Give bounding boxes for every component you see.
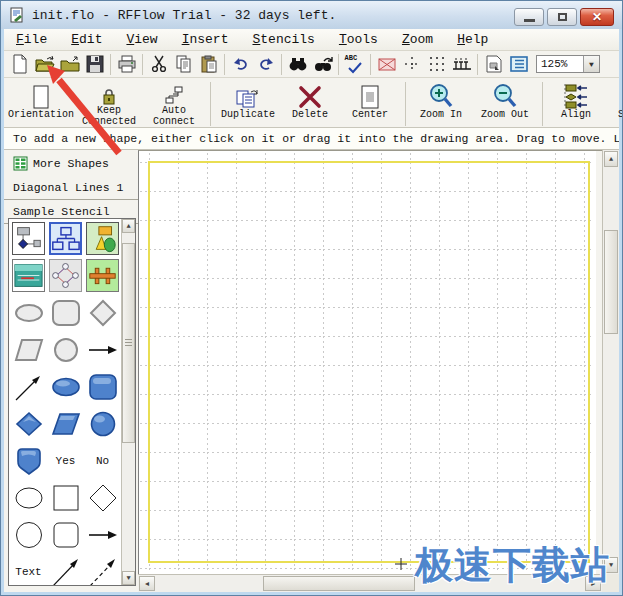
open-button[interactable] — [32, 53, 57, 76]
palette-shape-circle-outline[interactable] — [10, 516, 47, 553]
palette-shape-ellipse-gray[interactable] — [10, 294, 47, 331]
stencil-header-diagonal-lines[interactable]: Diagonal Lines 1 — [4, 177, 138, 198]
palette-shape-roundsquare-outline[interactable] — [47, 516, 84, 553]
align-icon — [563, 83, 589, 109]
palette-scrollbar[interactable]: ▲ ▼ — [121, 219, 135, 585]
maximize-button[interactable] — [547, 8, 577, 26]
palette-shape-roundrect-blue[interactable] — [84, 368, 121, 405]
print-button[interactable] — [114, 53, 139, 76]
menu-file[interactable]: File — [4, 30, 59, 49]
undo-button[interactable] — [228, 53, 253, 76]
redo-button[interactable] — [253, 53, 278, 76]
title-bar[interactable]: init.flo - RFFlow Trial - 32 days left. … — [1, 1, 622, 29]
zoom-out-icon — [492, 83, 518, 109]
scroll-left-icon[interactable]: ◄ — [139, 576, 155, 591]
keep-connected-button[interactable]: Keep Connected — [76, 81, 142, 127]
auto-connect-button[interactable]: Auto Connect — [142, 81, 206, 127]
center-button[interactable]: Center — [339, 81, 401, 127]
snap-grid-button[interactable] — [399, 53, 424, 76]
duplicate-button[interactable]: Duplicate — [215, 81, 281, 127]
more-shapes-icon — [13, 156, 28, 171]
palette-shape-ellipse-blue[interactable] — [47, 368, 84, 405]
palette-shape-ellipse-outline[interactable] — [10, 479, 47, 516]
zoom-in-icon — [428, 83, 454, 109]
ruler-button[interactable] — [449, 53, 474, 76]
palette-shape-arrow-diagonal-solid[interactable] — [47, 553, 84, 586]
minimize-button[interactable] — [514, 8, 544, 26]
more-shapes-button[interactable]: More Shapes — [4, 153, 138, 174]
palette-shape-shield-blue[interactable] — [10, 442, 47, 479]
palette-stencil-orgchart[interactable] — [49, 222, 82, 255]
palette-shape-circle-gray[interactable] — [47, 331, 84, 368]
palette-shape-diamond-gray[interactable] — [84, 294, 121, 331]
palette-stencil-pert[interactable] — [49, 259, 82, 292]
menu-stencils[interactable]: Stencils — [240, 30, 326, 49]
delete-button[interactable]: Delete — [281, 81, 339, 127]
insert-shape-button[interactable] — [481, 53, 506, 76]
close-button[interactable]: ✕ — [580, 8, 614, 26]
menu-bar: File Edit View Insert Stencils Tools Zoo… — [4, 29, 619, 51]
zoom-level-value: 125% — [537, 56, 583, 72]
app-icon — [9, 7, 25, 23]
palette-shape-arrow-diagonal-dashed[interactable] — [84, 553, 121, 586]
scroll-down-icon[interactable]: ▼ — [122, 571, 135, 585]
align-button[interactable]: Align — [547, 81, 605, 127]
palette-scrollbar-thumb[interactable] — [122, 243, 135, 443]
horizontal-scrollbar-thumb[interactable] — [263, 576, 415, 591]
palette-label-no[interactable]: No — [84, 442, 121, 479]
palette-shape-parallelogram-gray[interactable] — [10, 331, 47, 368]
vertical-scrollbar[interactable]: ▲ ▼ — [602, 150, 619, 574]
palette-stencil-flowchart[interactable] — [12, 222, 45, 255]
spell-check-button[interactable]: ABC — [342, 53, 367, 76]
palette-shape-parallelogram-blue[interactable] — [47, 405, 84, 442]
zoom-out-button[interactable]: Zoom Out — [472, 81, 538, 127]
redo-icon — [257, 57, 275, 71]
palette-stencil-calendar[interactable] — [12, 259, 45, 292]
menu-tools[interactable]: Tools — [327, 30, 390, 49]
new-button[interactable] — [7, 53, 32, 76]
save-button[interactable] — [82, 53, 107, 76]
grid-dots-button[interactable] — [424, 53, 449, 76]
lock-icon — [101, 88, 117, 105]
palette-shape-diamond-blue[interactable] — [10, 405, 47, 442]
cut-button[interactable] — [146, 53, 171, 76]
menu-view[interactable]: View — [114, 30, 169, 49]
close-file-button[interactable] — [57, 53, 82, 76]
space-button[interactable]: Space — [605, 81, 623, 127]
menu-help[interactable]: Help — [445, 30, 500, 49]
scroll-right-icon[interactable]: ► — [585, 576, 601, 591]
palette-label-yes[interactable]: Yes — [47, 442, 84, 479]
palette-shape-arrow-diagonal[interactable] — [10, 368, 47, 405]
scroll-up-icon[interactable]: ▲ — [122, 219, 135, 233]
palette-shape-square-outline[interactable] — [47, 479, 84, 516]
scroll-down-icon[interactable]: ▼ — [604, 557, 618, 573]
palette-shape-arrow-right-2[interactable] — [84, 516, 121, 553]
stencil-list-button[interactable] — [506, 53, 531, 76]
shapes-stencil-icon — [88, 224, 117, 253]
paste-button[interactable] — [196, 53, 221, 76]
copy-button[interactable] — [171, 53, 196, 76]
horizontal-scrollbar[interactable]: ◄ ► — [138, 574, 602, 592]
menu-zoom[interactable]: Zoom — [390, 30, 445, 49]
zoom-in-button[interactable]: Zoom In — [410, 81, 472, 127]
drawing-canvas[interactable] — [138, 150, 602, 574]
toolbar-separator — [224, 54, 225, 75]
page-outline-button[interactable] — [374, 53, 399, 76]
orientation-button[interactable]: Orientation — [6, 81, 76, 127]
find-next-button[interactable] — [310, 53, 335, 76]
zoom-level-dropdown[interactable]: 125% ▼ — [536, 55, 600, 73]
menu-insert[interactable]: Insert — [170, 30, 241, 49]
palette-shape-roundrect-gray[interactable] — [47, 294, 84, 331]
palette-stencil-shapes[interactable] — [86, 222, 119, 255]
menu-edit[interactable]: Edit — [59, 30, 114, 49]
find-button[interactable] — [285, 53, 310, 76]
palette-label-text[interactable]: Text — [10, 553, 47, 586]
scroll-up-icon[interactable]: ▲ — [604, 151, 618, 167]
palette-shape-circle-blue[interactable] — [84, 405, 121, 442]
vertical-scrollbar-thumb[interactable] — [604, 230, 618, 334]
chevron-down-icon[interactable]: ▼ — [583, 56, 599, 72]
palette-shape-diamond-outline[interactable] — [84, 479, 121, 516]
hint-bar: To add a new shape, either click on it o… — [4, 128, 619, 150]
palette-shape-arrow-right[interactable] — [84, 331, 121, 368]
palette-stencil-gantt[interactable] — [86, 259, 119, 292]
